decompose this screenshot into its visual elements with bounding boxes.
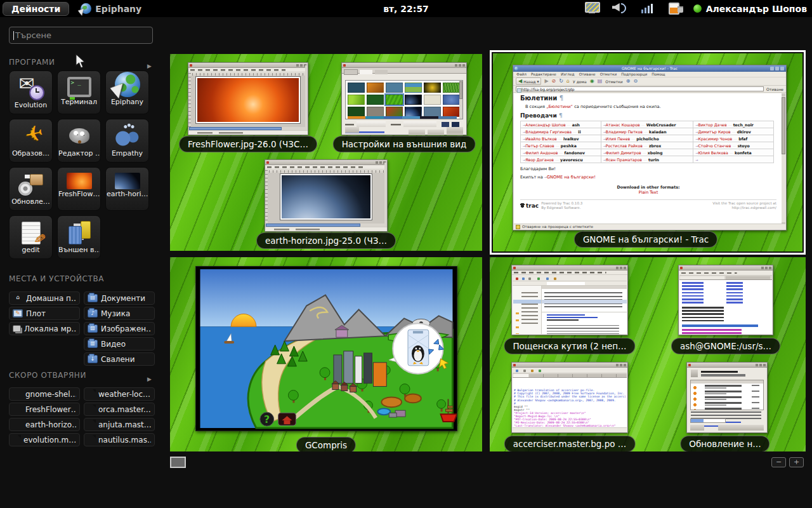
- epiphany-globe-icon: [81, 3, 91, 14]
- window-gimp-earth[interactable]: [265, 159, 388, 232]
- menu-item: Файл: [516, 72, 527, 76]
- window-terminal[interactable]: [678, 265, 773, 335]
- software-update-icon: [18, 171, 44, 197]
- translators-table: →Александър Шопов — ash →Атанас Кошаров …: [520, 121, 774, 163]
- window-label: GCompris: [296, 437, 356, 451]
- workspace-1[interactable]: FreshFlower.jpg-26.0 (ЧЗС… Настройки на …: [170, 54, 482, 251]
- programs-section-title: ПРОГРАМИ: [9, 58, 55, 67]
- window-label: accerciser.master.bg.po …: [504, 436, 636, 451]
- app-menu[interactable]: Epiphany: [81, 3, 141, 14]
- app-tile[interactable]: earth-hori…: [105, 167, 149, 211]
- screenshot-file-icon: [13, 391, 22, 398]
- menu-item: Отиване: [579, 72, 596, 76]
- translator-cell: →Илия Пенев — picholicho: [601, 135, 694, 142]
- network-signal-icon[interactable]: [640, 1, 655, 13]
- titlebar: [188, 63, 308, 68]
- po-file-text: # Bulgarian translation of accerciser po…: [514, 379, 625, 427]
- programs-expander chevron-right-icon[interactable]: [147, 58, 154, 65]
- app-tile[interactable]: Обновле…: [9, 167, 53, 211]
- app-tile[interactable]: Образов…: [9, 119, 53, 163]
- url-bar: http://fsa-bg.org/project/gtp Отиване: [513, 86, 786, 93]
- place-item[interactable]: Изображен…: [84, 322, 155, 335]
- empathy-icon: [115, 123, 140, 149]
- place-item[interactable]: Локална мр…: [9, 322, 80, 335]
- app-tile[interactable]: gedit: [9, 215, 53, 259]
- reload-icon: ↻: [559, 79, 563, 84]
- svg-text:?: ?: [264, 413, 270, 425]
- app-tile[interactable]: Epiphany: [105, 70, 149, 114]
- scrollbar: [782, 93, 785, 224]
- window-epiphany-trac[interactable]: GNOME на български! - Trac ФайлРедактира…: [513, 65, 787, 231]
- recent-item[interactable]: earth-horizo…: [9, 418, 80, 431]
- app-label: gedit: [22, 246, 39, 254]
- toolbar: [513, 276, 627, 281]
- app-label: FreshFlow…: [58, 190, 100, 198]
- recent-item[interactable]: evolution.m…: [9, 433, 80, 446]
- place-item[interactable]: Документи: [84, 291, 155, 305]
- menubar: [265, 165, 387, 170]
- app-tile[interactable]: Evolution: [9, 70, 53, 114]
- recent-item[interactable]: nautilus.mas…: [84, 433, 155, 446]
- app-tile[interactable]: Външен в…: [57, 215, 101, 259]
- add-workspace-button[interactable]: +: [789, 457, 804, 467]
- battery-icon[interactable]: [668, 1, 683, 13]
- doc-file-icon: [88, 436, 95, 444]
- menubar: ФайлРедактиранеИзгледОтиванеОтметкиПодпр…: [513, 72, 786, 77]
- message-list: [542, 286, 627, 312]
- recent-item[interactable]: orca.master.…: [84, 403, 155, 416]
- gimp-canvas: [265, 170, 387, 224]
- window-appearance-prefs[interactable]: [341, 62, 467, 135]
- recent-item[interactable]: weather-loc…: [84, 387, 155, 401]
- place-item[interactable]: Домашна п…: [9, 291, 80, 305]
- earth-photo-icon: [115, 173, 140, 189]
- app-tile[interactable]: Редактор …: [57, 119, 101, 163]
- translator-cell: →Виктор Дачев — tech_noir: [693, 121, 774, 128]
- recent-expander chevron-right-icon[interactable]: [147, 371, 154, 378]
- history-icon: ◉: [590, 79, 594, 84]
- documents-folder-icon: [88, 294, 98, 302]
- recent-item[interactable]: FreshFlower…: [9, 403, 80, 416]
- place-item[interactable]: Музика: [84, 307, 155, 320]
- place-item[interactable]: Видео: [84, 337, 155, 351]
- back-button: ◀ Назад▼: [516, 77, 541, 85]
- translator-cell: →Юлия Велкова — konfeta: [693, 149, 774, 156]
- workspace-indicator: [170, 457, 186, 468]
- places-right-column: Документи Музика Изображен… Видео Свален…: [84, 291, 155, 366]
- display-icon[interactable]: [584, 1, 599, 13]
- app-tile[interactable]: Терминал: [57, 70, 101, 114]
- translator-cell: →: [693, 156, 774, 163]
- zoom-in-icon: ⊕: [626, 79, 631, 84]
- window-update-manager[interactable]: [686, 362, 768, 433]
- user-name: Александър Шопов: [706, 4, 807, 14]
- workspace-4[interactable]: # Bulgarian translation of accerciser po…: [490, 257, 806, 451]
- remove-workspace-button[interactable]: −: [771, 457, 786, 467]
- app-tile[interactable]: Empathy: [105, 119, 149, 163]
- user-menu[interactable]: Александър Шопов: [693, 4, 807, 14]
- recent-item[interactable]: anjuta.mast…: [84, 418, 155, 431]
- place-item[interactable]: Свалени: [84, 352, 155, 366]
- workspace-2-active[interactable]: GNOME на български! - Trac ФайлРедактира…: [490, 50, 806, 255]
- place-item[interactable]: Плот: [9, 307, 80, 320]
- epiphany-icon: [115, 72, 140, 97]
- titlebar: [512, 363, 627, 368]
- button-row: [690, 425, 764, 431]
- activities-button[interactable]: Дейности: [3, 2, 69, 16]
- update-list: [690, 380, 764, 410]
- menubar: [188, 68, 308, 72]
- recent-item[interactable]: gnome-shel…: [9, 387, 80, 401]
- window-label: earth-horizon.jpg-25.0 (ЧЗ…: [256, 232, 396, 249]
- translator-cell: →Филип Андонов — fandonov: [521, 149, 601, 156]
- search-input[interactable]: Търсене: [9, 27, 153, 44]
- window-label: GNOME на български! - Trac: [574, 231, 717, 248]
- app-tile[interactable]: FreshFlow…: [57, 167, 101, 211]
- workspace-3[interactable]: ? GCompris: [170, 257, 482, 451]
- volume-icon[interactable]: [612, 1, 627, 13]
- window-evolution[interactable]: [511, 265, 628, 335]
- window-gedit[interactable]: # Bulgarian translation of accerciser po…: [511, 362, 628, 433]
- stop-icon: ⊘: [552, 79, 556, 84]
- window-gimp-freshflower[interactable]: [188, 62, 308, 135]
- window-gcompris[interactable]: ?: [195, 266, 457, 431]
- text-caret: [13, 31, 14, 40]
- clock[interactable]: вт, 22:57: [383, 4, 429, 14]
- downloads-folder-icon: [88, 355, 98, 363]
